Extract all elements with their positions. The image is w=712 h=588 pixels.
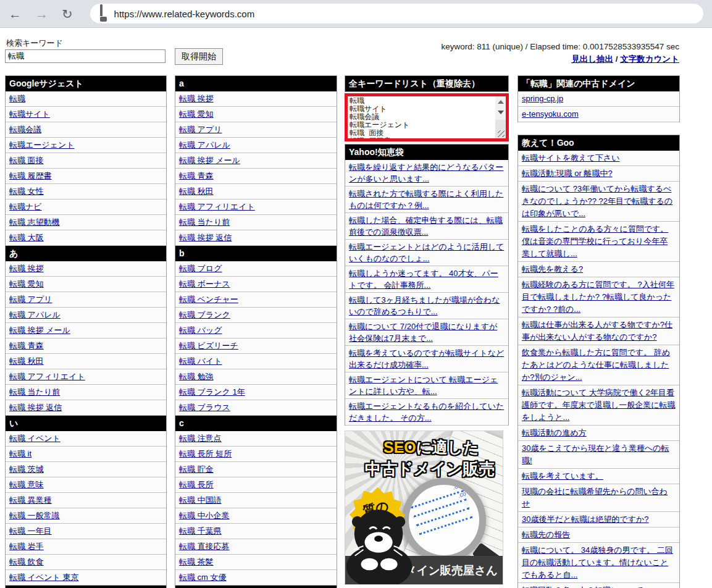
- resize-grip-icon[interactable]: [498, 130, 505, 137]
- keyword-link[interactable]: 転職 注意点: [179, 434, 222, 443]
- question-link[interactable]: 転職活動の進め方: [522, 428, 587, 437]
- keyword-link[interactable]: 転職 青森: [179, 171, 214, 180]
- keyword-link[interactable]: 転職 ブラウス: [179, 403, 230, 412]
- keyword-link[interactable]: 転職 当たり前: [9, 387, 60, 397]
- question-link[interactable]: 30歳後半だと転職は絶望的ですか?: [522, 514, 649, 524]
- question-link[interactable]: 30歳をこえてから現在と違う業種への転職!: [522, 443, 669, 465]
- question-link[interactable]: 転職は仕事が出来る人がする物ですか?仕事が出来ない人がする物なのですか?: [522, 320, 672, 342]
- keyword-link[interactable]: 転職 勉強: [179, 372, 214, 381]
- question-link[interactable]: 転職エージェントについて 転職エージェントに詳しい方や、転...: [349, 375, 498, 396]
- keyword-link[interactable]: 転職 ベンチャー: [179, 295, 238, 304]
- question-link[interactable]: 転職回数の多い人の転職について。: [522, 586, 651, 588]
- keyword-link[interactable]: 転職ナビ: [9, 202, 42, 211]
- question-link[interactable]: 転職活動:現職 or 離職中?: [522, 169, 613, 178]
- keyword-link[interactable]: 転職 中国語: [179, 495, 222, 505]
- keyword-link[interactable]: 転職 愛知: [9, 279, 44, 288]
- question-link[interactable]: 転職をしたことのある方々に質問です。僕は音楽の専門学校に行っており今年卒業して就…: [522, 224, 668, 258]
- keyword-link[interactable]: 転職 ビズリーチ: [179, 341, 238, 350]
- back-icon[interactable]: ←: [9, 7, 22, 20]
- keyword-link[interactable]: 転職 秋田: [179, 187, 214, 196]
- keyword-link[interactable]: 転職 長所: [179, 480, 214, 489]
- address-bar[interactable]: https://www.related-keywords.com: [90, 4, 703, 23]
- question-link[interactable]: 転職について ?3年働いてから転職するべきなのでしょうか?? ?2年目で転職する…: [522, 184, 672, 218]
- question-link[interactable]: 現職の会社に転職希望先からの問い合わせ: [522, 487, 668, 508]
- question-link[interactable]: 転職について。 34歳独身の男です。 二回目の転職活動しています。情けないことで…: [522, 545, 673, 579]
- question-link[interactable]: 転職を考えています。: [522, 471, 603, 481]
- keyword-link[interactable]: 転職 当たり前: [179, 217, 230, 227]
- scroll-down-button[interactable]: [495, 107, 506, 117]
- question-link[interactable]: 転職サイトを教えて下さい: [522, 153, 619, 162]
- question-link[interactable]: 転職しようか迷ってます。 40才女、パートです。 会計事務所...: [349, 269, 498, 290]
- start-fetch-button[interactable]: 取得開始: [175, 48, 223, 65]
- keyword-link[interactable]: 転職 茶髪: [179, 557, 214, 566]
- keyword-link[interactable]: 転職 面接: [9, 156, 44, 165]
- keyword-link[interactable]: 転職 ボーナス: [179, 279, 230, 288]
- question-link[interactable]: 転職活動について 大学病院で働く2年目看護師です。年度末で退職し一般企業に転職を…: [522, 388, 676, 422]
- keyword-link[interactable]: 転職 挨拶: [179, 94, 214, 103]
- keyword-link[interactable]: 転職 イベント 東京: [9, 573, 78, 582]
- keyword-link[interactable]: 転職 cm 女優: [179, 573, 227, 582]
- textarea-scrollbar[interactable]: [495, 96, 506, 138]
- question-link[interactable]: 転職して3ヶ月経ちましたが職場が合わないので辞めるつもりで...: [349, 295, 500, 316]
- question-link[interactable]: 転職エージェントとはどのように活用していくものなのでしょ...: [349, 242, 504, 263]
- keyword-link[interactable]: 転職 イベント: [9, 434, 61, 443]
- keyword-link[interactable]: 転職エージェント: [9, 140, 75, 149]
- keyword-link[interactable]: 転職 青森: [9, 341, 44, 350]
- question-link[interactable]: 転職先の報告: [522, 530, 570, 539]
- keyword-link[interactable]: 転職 一般常識: [9, 511, 60, 520]
- keyword-link[interactable]: 転職 挨拶 メール: [179, 156, 240, 165]
- keyword-link[interactable]: 転職 意味: [9, 480, 44, 489]
- keyword-link[interactable]: 転職 愛知: [179, 109, 214, 119]
- forward-icon[interactable]: →: [35, 7, 48, 20]
- keyword-link[interactable]: 転職 挨拶 返信: [9, 403, 62, 412]
- keyword-link[interactable]: 転職 挨拶: [9, 264, 44, 273]
- keyword-link[interactable]: 転職 中小企業: [179, 511, 230, 520]
- keyword-link[interactable]: 転職サイト: [9, 109, 50, 119]
- keyword-link[interactable]: 転職 アパレル: [9, 310, 61, 319]
- keyword-link[interactable]: 転職 アフィリエイト: [179, 202, 255, 211]
- keyword-link[interactable]: 転職 大阪: [9, 233, 44, 242]
- keyword-link[interactable]: 転職 秋田: [9, 356, 44, 366]
- keyword-link[interactable]: 転職 履歴書: [9, 171, 52, 180]
- question-link[interactable]: 転職先を教える?: [522, 264, 583, 274]
- search-keyword-input[interactable]: [5, 49, 165, 63]
- char-count-link[interactable]: 文字数カウント: [620, 54, 679, 64]
- question-link[interactable]: 転職について 7/20付で退職になりますが社会保険は7月末まで...: [349, 322, 497, 343]
- keyword-link[interactable]: 転職: [9, 94, 25, 103]
- question-link[interactable]: 転職経験のある方に質問です。 ?入社何年目で転職しましたか? ?転職して良かった…: [522, 280, 674, 314]
- heading-extract-link[interactable]: 見出し抽出: [571, 54, 613, 64]
- reload-icon[interactable]: ↻: [62, 7, 73, 20]
- keyword-link[interactable]: 転職 岩手: [9, 542, 44, 551]
- keyword-link[interactable]: 転職 長所 短所: [179, 449, 232, 458]
- keyword-link[interactable]: 転職 異業種: [9, 495, 52, 505]
- keyword-link[interactable]: 転職 バッグ: [179, 326, 222, 335]
- keyword-link[interactable]: 転職 it: [9, 449, 31, 458]
- keyword-link[interactable]: 転職 茨城: [9, 464, 44, 474]
- keyword-link[interactable]: 転職 アパレル: [179, 140, 230, 149]
- question-link[interactable]: 転職を考えているのですが転職サイトなど出来るだけ成功確率...: [349, 348, 504, 369]
- keyword-link[interactable]: 転職 志望動機: [9, 217, 60, 227]
- used-domain-ad-banner[interactable]: .org .co SEOに適した 中古ドメイン販売 質の 高い 中古ドメイン販売…: [345, 430, 503, 585]
- keyword-link[interactable]: 転職 千葉県: [179, 526, 222, 536]
- keyword-link[interactable]: 転職 ブログ: [179, 264, 222, 273]
- keyword-link[interactable]: 転職 アフィリエイト: [9, 372, 85, 381]
- keyword-link[interactable]: 転職会議: [9, 125, 41, 134]
- keyword-link[interactable]: 転職 一年目: [9, 526, 52, 536]
- keyword-link[interactable]: 転職 直接応募: [179, 542, 230, 551]
- keyword-link[interactable]: 転職 アプリ: [9, 295, 52, 304]
- keyword-link[interactable]: 転職 ブランク: [179, 310, 230, 319]
- all-keywords-textarea[interactable]: 転職 転職サイト 転職会議 転職エージェント 転職 面接 転職 履歴書: [348, 96, 506, 138]
- keyword-link[interactable]: 転職 バイト: [179, 356, 222, 366]
- question-link[interactable]: 転職を繰り返すと結果的にどうなるパターンが多いと思います...: [349, 162, 503, 183]
- keyword-link[interactable]: 転職 貯金: [179, 464, 214, 474]
- keyword-link[interactable]: 転職 飲食: [9, 557, 44, 566]
- domain-link[interactable]: e-tensyoku.com: [522, 109, 579, 119]
- keyword-link[interactable]: 転職 挨拶 メール: [9, 326, 70, 335]
- scroll-up-button[interactable]: [495, 96, 506, 107]
- question-link[interactable]: 転職した場合、確定申告する際には、転職前後での源泉徴収票...: [349, 216, 503, 237]
- question-link[interactable]: 転職された方で転職する際によく利用したものは何ですか？例...: [349, 189, 503, 210]
- question-link[interactable]: 転職エージェントなるものを紹介していただきました。 その方...: [349, 401, 504, 422]
- keyword-link[interactable]: 転職 挨拶 返信: [179, 233, 232, 242]
- keyword-link[interactable]: 転職 女性: [9, 187, 44, 196]
- domain-link[interactable]: spring-cp.jp: [522, 94, 563, 103]
